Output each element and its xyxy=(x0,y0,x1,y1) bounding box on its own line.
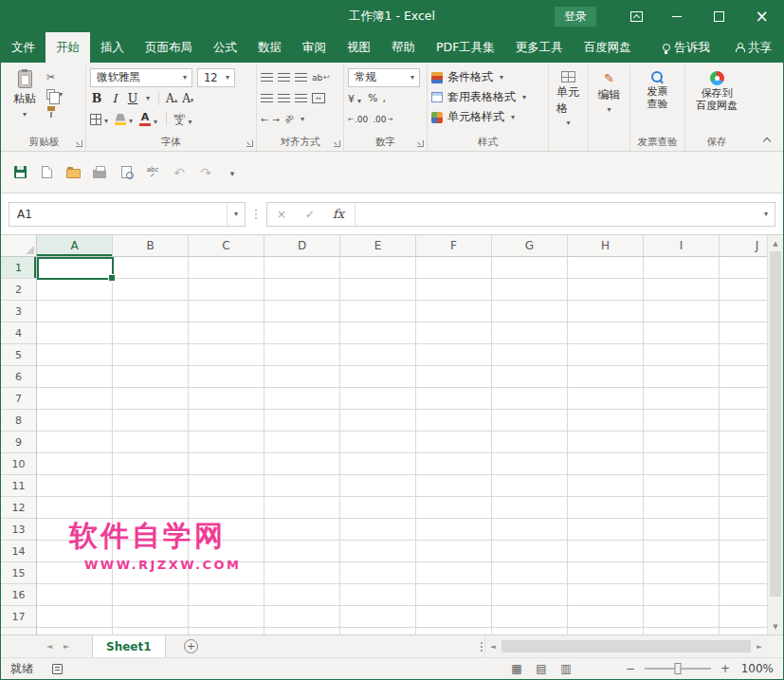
tab-formulas[interactable]: 公式 xyxy=(203,32,247,63)
row-header-9[interactable]: 9 xyxy=(1,432,36,453)
align-center-button[interactable] xyxy=(278,94,290,102)
row-header-7[interactable]: 7 xyxy=(1,388,36,410)
scroll-down-arrow-icon[interactable]: ▼ xyxy=(768,619,783,634)
comma-style-button[interactable]: , xyxy=(382,92,386,104)
editing-button[interactable]: 编辑 xyxy=(593,67,626,114)
increase-font-size-button[interactable]: A xyxy=(166,92,177,105)
row-header-6[interactable]: 6 xyxy=(1,366,36,388)
conditional-formatting-button[interactable]: 条件格式 xyxy=(431,67,544,87)
open-button[interactable] xyxy=(60,159,86,186)
name-box-dropdown[interactable] xyxy=(227,203,245,226)
customize-button[interactable] xyxy=(219,159,246,186)
enter-button[interactable]: ✓ xyxy=(296,208,324,221)
sheet-tab-sheet1[interactable]: Sheet1 xyxy=(92,635,166,657)
horizontal-scroll-thumb[interactable] xyxy=(501,640,751,652)
spelling-button[interactable] xyxy=(139,159,166,186)
decrease-indent-button[interactable] xyxy=(261,115,268,124)
select-all-button[interactable] xyxy=(1,235,37,257)
merge-center-button[interactable] xyxy=(312,93,325,103)
scroll-right-arrow-icon[interactable]: ► xyxy=(752,643,767,651)
wrap-text-button[interactable]: ab xyxy=(312,73,330,83)
close-button[interactable] xyxy=(740,1,783,32)
bottom-align-button[interactable] xyxy=(295,73,307,82)
clipboard-dialog-launcher[interactable] xyxy=(76,140,82,147)
column-header-C[interactable]: C xyxy=(189,235,264,256)
decrease-font-size-button[interactable]: A xyxy=(182,92,193,105)
tab-baidu-netdisk[interactable]: 百度网盘 xyxy=(574,32,642,63)
new-sheet-button[interactable]: + xyxy=(179,635,204,657)
tab-pdf-toolkit[interactable]: PDF工具集 xyxy=(426,32,505,63)
column-header-J[interactable]: J xyxy=(720,235,767,256)
number-dialog-launcher[interactable] xyxy=(417,140,424,147)
page-break-preview-button[interactable]: ▥ xyxy=(554,659,578,678)
middle-align-button[interactable] xyxy=(278,73,290,82)
zoom-out-button[interactable]: − xyxy=(622,662,639,675)
collapse-ribbon-button[interactable] xyxy=(758,133,775,146)
undo-button[interactable] xyxy=(166,159,192,186)
normal-view-button[interactable]: ▦ xyxy=(504,659,529,678)
ribbon-display-options-button[interactable] xyxy=(617,1,655,32)
row-header-10[interactable]: 10 xyxy=(1,453,36,475)
percent-style-button[interactable]: % xyxy=(368,92,377,104)
decrease-decimal-button[interactable]: .00 xyxy=(373,115,392,124)
tab-help[interactable]: 帮助 xyxy=(381,32,426,63)
tab-home[interactable]: 开始 xyxy=(46,32,90,63)
align-right-button[interactable] xyxy=(295,94,307,102)
top-align-button[interactable] xyxy=(261,73,273,82)
column-header-I[interactable]: I xyxy=(644,235,720,256)
column-header-G[interactable]: G xyxy=(492,235,568,256)
vertical-scroll-thumb[interactable] xyxy=(770,251,781,597)
page-layout-view-button[interactable]: ▤ xyxy=(529,659,554,678)
align-left-button[interactable] xyxy=(261,94,273,102)
share-button[interactable]: 共享 xyxy=(735,40,772,56)
row-header-5[interactable]: 5 xyxy=(1,344,36,366)
row-header-1[interactable]: 1 xyxy=(1,257,36,279)
print-preview-button[interactable] xyxy=(113,159,139,186)
horizontal-scrollbar[interactable]: ◄ ► xyxy=(484,635,767,657)
increase-indent-button[interactable] xyxy=(273,115,281,124)
accounting-format-button[interactable] xyxy=(348,92,363,105)
record-macro-icon[interactable] xyxy=(52,664,63,674)
cancel-button[interactable]: × xyxy=(267,208,296,221)
cells-area[interactable]: 软件自学网 WWW.RJZXW.COM xyxy=(37,257,767,634)
print-button[interactable] xyxy=(86,159,113,186)
sheet-nav-left-icon[interactable]: ◄ xyxy=(41,635,58,657)
format-as-table-button[interactable]: 套用表格格式 xyxy=(431,87,544,107)
font-color-button[interactable]: A xyxy=(139,113,159,126)
column-header-F[interactable]: F xyxy=(416,235,492,256)
tab-view[interactable]: 视图 xyxy=(337,32,381,63)
zoom-slider-thumb[interactable] xyxy=(675,663,682,674)
italic-button[interactable]: I xyxy=(108,91,121,105)
zoom-slider[interactable] xyxy=(645,668,711,670)
font-dialog-launcher[interactable] xyxy=(246,140,253,147)
row-header-8[interactable]: 8 xyxy=(1,410,36,432)
row-header-12[interactable]: 12 xyxy=(1,497,36,519)
font-name-select[interactable]: 微软雅黑 xyxy=(90,68,192,87)
copy-button[interactable] xyxy=(46,87,64,102)
number-format-select[interactable]: 常规 xyxy=(348,68,420,87)
row-header-13[interactable]: 13 xyxy=(1,519,36,541)
column-header-H[interactable]: H xyxy=(568,235,644,256)
tab-insert[interactable]: 插入 xyxy=(90,32,135,63)
row-header-11[interactable]: 11 xyxy=(1,475,36,497)
tab-more-tools[interactable]: 更多工具 xyxy=(505,32,574,63)
orientation-button[interactable]: ab xyxy=(283,113,295,125)
row-header-14[interactable]: 14 xyxy=(1,541,36,562)
increase-decimal-button[interactable]: .00 xyxy=(348,115,368,124)
column-header-B[interactable]: B xyxy=(113,235,189,256)
save-button[interactable] xyxy=(7,159,33,186)
cell-styles-button[interactable]: 单元格样式 xyxy=(431,107,544,127)
tell-me-button[interactable]: 告诉我 xyxy=(663,40,711,56)
row-header-4[interactable]: 4 xyxy=(1,322,36,344)
fill-color-button[interactable] xyxy=(115,114,135,125)
login-button[interactable]: 登录 xyxy=(555,7,596,27)
insert-function-button[interactable]: fx xyxy=(324,207,353,221)
save-to-baidu-netdisk-button[interactable]: 保存到百度网盘 xyxy=(689,67,744,112)
tab-page-layout[interactable]: 页面布局 xyxy=(135,32,203,63)
cut-button[interactable] xyxy=(46,69,64,84)
font-size-select[interactable]: 12 xyxy=(197,68,235,87)
invoice-check-button[interactable]: 发票查验 xyxy=(634,67,681,110)
zoom-level-label[interactable]: 100% xyxy=(734,662,774,675)
format-painter-button[interactable] xyxy=(46,105,64,120)
tab-data[interactable]: 数据 xyxy=(247,32,292,63)
